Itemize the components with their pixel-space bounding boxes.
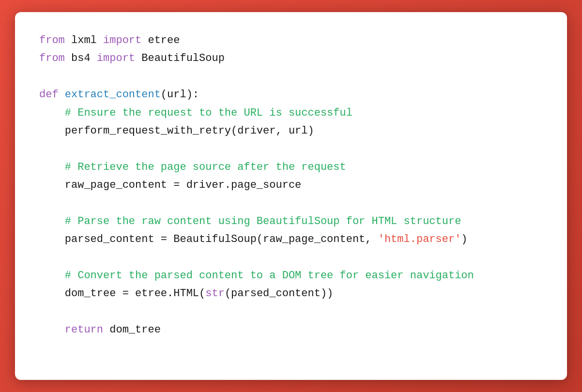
func-name: extract_content — [65, 89, 161, 101]
string-html-parser: 'html.parser' — [378, 233, 461, 245]
line-8-comment: # Retrieve the page source after the req… — [39, 158, 543, 176]
line-5-comment: # Ensure the request to the URL is succe… — [39, 104, 543, 122]
line-2: from bs4 import BeautifulSoup — [39, 49, 543, 67]
line-1: from lxml import etree — [39, 31, 543, 49]
kw-import-2: import — [97, 52, 135, 64]
line-12: parsed_content = BeautifulSoup(raw_page_… — [39, 230, 543, 248]
line-9: raw_page_content = driver.page_source — [39, 176, 543, 194]
line-4: def extract_content(url): — [39, 86, 543, 104]
blank-2 — [39, 140, 543, 158]
line-14-comment: # Convert the parsed content to a DOM tr… — [39, 267, 543, 285]
kw-from-2: from — [39, 52, 65, 64]
blank-3 — [39, 195, 543, 212]
line-11-comment: # Parse the raw content using BeautifulS… — [39, 212, 543, 230]
kw-from-1: from — [39, 34, 65, 46]
code-block: from lxml import etree from bs4 import B… — [39, 31, 543, 339]
code-card: from lxml import etree from bs4 import B… — [15, 12, 567, 380]
blank-4 — [39, 249, 543, 267]
line-17: return dom_tree — [39, 321, 543, 339]
line-6: perform_request_with_retry(driver, url) — [39, 122, 543, 140]
blank-1 — [39, 68, 543, 86]
kw-return: return — [39, 324, 103, 336]
blank-5 — [39, 303, 543, 321]
line-15: dom_tree = etree.HTML(str(parsed_content… — [39, 285, 543, 302]
kw-import-1: import — [103, 34, 141, 46]
kw-def: def — [39, 89, 59, 101]
builtin-str: str — [205, 287, 225, 300]
